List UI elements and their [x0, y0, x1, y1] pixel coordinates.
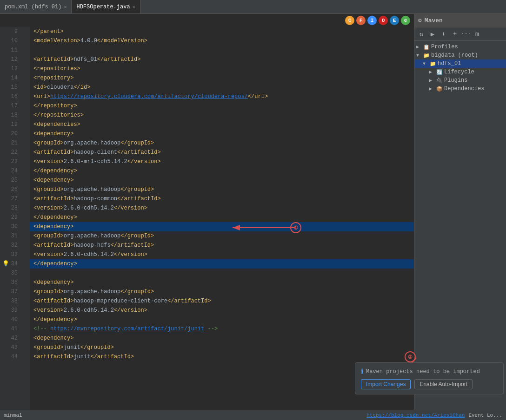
tree-icon-hdfs01: 📁 [430, 61, 436, 67]
gutter-line-11 [23, 46, 30, 55]
gutter-line-25 [23, 176, 30, 185]
gutter-line-17 [23, 101, 30, 111]
maven-add-btn[interactable]: + [450, 29, 460, 39]
gutter-line-34 [23, 259, 30, 269]
line-number-37: 37 [3, 287, 20, 296]
gutter-line-20 [23, 129, 30, 138]
code-line-25: <dependency> [30, 176, 414, 185]
line-number-20: 20 [3, 129, 20, 138]
line-number-44: 44 [3, 352, 20, 361]
tree-item-profiles[interactable]: ▶📋Profiles [414, 43, 506, 51]
gutter-line-9 [23, 27, 30, 36]
gutter-line-19 [23, 120, 30, 129]
code-line-19: <dependencies> [30, 120, 414, 129]
tab-hdfs-label: HDFSOperate.java [76, 4, 130, 10]
enable-auto-import-button[interactable]: Enable Auto-Import [414, 379, 473, 389]
code-line-32: <artifactId>hadoop-hdfs</artifactId> [30, 241, 414, 250]
code-line-37: <groupId>org.apache.hadoop</groupId> [30, 287, 414, 296]
line-number-21: 21 [3, 138, 20, 148]
ie-green-icon[interactable]: e [401, 16, 410, 25]
event-log[interactable]: Event Lo... [468, 413, 502, 418]
code-line-12: <artifactId>hdfs_01</artifactId> [30, 55, 414, 64]
gutter-line-29 [23, 213, 30, 222]
code-line-14: <repository> [30, 73, 414, 83]
code-editor[interactable]: 9101112131415161718192021222324252627282… [0, 27, 414, 410]
info-icon: ℹ [361, 368, 363, 375]
tab-bar: pom.xml (hdfs_01) ✕ HDFSOperate.java ✕ [0, 0, 506, 14]
code-line-22: <artifactId>hadoop-client</artifactId> [30, 148, 414, 157]
tree-item-plugins[interactable]: ▶🔌Plugins [414, 76, 506, 85]
tree-item-deps[interactable]: ▶📦Dependencies [414, 85, 506, 93]
main-layout: C F I O E e 9101112131415161718192021222… [0, 14, 506, 420]
gutter-line-24 [23, 166, 30, 176]
line-numbers: 9101112131415161718192021222324252627282… [0, 27, 23, 410]
tree-label-lifecycle: Lifecycle [444, 69, 504, 75]
code-line-11 [30, 46, 414, 55]
tab-hdfs-close[interactable]: ✕ [133, 4, 135, 10]
gutter-line-44 [23, 352, 30, 361]
gutter-line-23 [23, 157, 30, 166]
maven-toolbar: ↻ ▶ ⬇ + ··· m [414, 27, 506, 41]
tree-item-hdfs01[interactable]: ▼📁hdfs_01 [414, 59, 506, 68]
tree-item-lifecycle[interactable]: ▶🔄Lifecycle [414, 68, 506, 76]
tab-pom[interactable]: pom.xml (hdfs_01) ✕ [0, 0, 72, 13]
code-line-42: <dependency> [30, 334, 414, 343]
code-line-15: <id>cloudera</id> [30, 83, 414, 92]
gutter-line-41 [23, 324, 30, 334]
tree-arrow-deps: ▶ [429, 86, 435, 92]
tree-arrow-bigdata: ▼ [416, 53, 422, 58]
maven-settings-btn[interactable]: ··· [461, 29, 471, 39]
ie-blue-icon[interactable]: I [367, 16, 377, 25]
tree-item-bigdata[interactable]: ▼📁bigdata (root) [414, 51, 506, 59]
firefox-icon[interactable]: F [356, 16, 366, 25]
tab-hdfs[interactable]: HDFSOperate.java ✕ [72, 0, 140, 13]
opera-icon[interactable]: O [379, 16, 388, 25]
gutter-line-13 [23, 64, 30, 73]
line-number-36: 36 [3, 278, 20, 287]
line-number-11: 11 [3, 46, 20, 55]
code-line-38: <artifactId>hadoop-mapreduce-client-core… [30, 296, 414, 306]
bulb-icon[interactable]: 💡 [2, 259, 9, 269]
tab-pom-close[interactable]: ✕ [64, 4, 67, 10]
line-number-40: 40 [3, 315, 20, 324]
chrome-icon[interactable]: C [345, 16, 354, 25]
code-line-10: <modelVersion>4.0.0</modelVersion> [30, 36, 414, 46]
code-line-41: <!-- https://mvnrepository.com/artifact/… [30, 324, 414, 334]
line-number-35: 35 [3, 269, 20, 278]
code-line-23: <version>2.6.0-mr1-cdh5.14.2</version> [30, 157, 414, 166]
code-line-35 [30, 269, 414, 278]
edge-icon[interactable]: E [390, 16, 399, 25]
line-number-43: 43 [3, 343, 20, 352]
maven-download-btn[interactable]: ⬇ [439, 29, 449, 39]
line-number-16: 16 [3, 92, 20, 101]
line-number-26: 26 [3, 185, 20, 194]
tree-icon-deps: 📦 [436, 86, 443, 92]
tree-label-hdfs01: hdfs_01 [438, 60, 504, 67]
code-line-29: </dependency> [30, 213, 414, 222]
code-line-9: </parent> [30, 27, 414, 36]
maven-m-btn[interactable]: m [472, 29, 482, 39]
gutter-line-26 [23, 185, 30, 194]
notification-message: Maven projects need to be imported [366, 368, 480, 375]
line-number-18: 18 [3, 111, 20, 120]
tree-arrow-profiles: ▶ [416, 44, 422, 50]
line-number-27: 27 [3, 194, 20, 203]
gutter-line-31 [23, 231, 30, 241]
code-content[interactable]: </parent> <modelVersion>4.0.0</modelVers… [30, 27, 414, 410]
maven-refresh-btn[interactable]: ↻ [416, 29, 426, 39]
line-number-41: 41 [3, 324, 20, 334]
bottom-link[interactable]: https://blog.csdn.net/Aries1Chan [366, 413, 465, 418]
maven-execute-btn[interactable]: ▶ [427, 29, 438, 39]
code-line-30: <dependency> [30, 222, 414, 231]
line-number-28: 28 [3, 203, 20, 213]
import-changes-button[interactable]: Import Changes [361, 379, 411, 389]
code-line-44: <artifactId>junit</artifactId> [30, 352, 414, 361]
gear-icon[interactable]: ⚙ [418, 17, 422, 24]
tree-arrow-hdfs01: ▼ [423, 61, 428, 66]
gutter-line-42 [23, 334, 30, 343]
line-number-9: 9 [3, 27, 20, 36]
tree-icon-profiles: 📋 [423, 44, 430, 50]
tab-pom-label: pom.xml (hdfs_01) [5, 4, 61, 10]
tree-arrow-lifecycle: ▶ [429, 69, 435, 75]
gutter-line-38 [23, 296, 30, 306]
